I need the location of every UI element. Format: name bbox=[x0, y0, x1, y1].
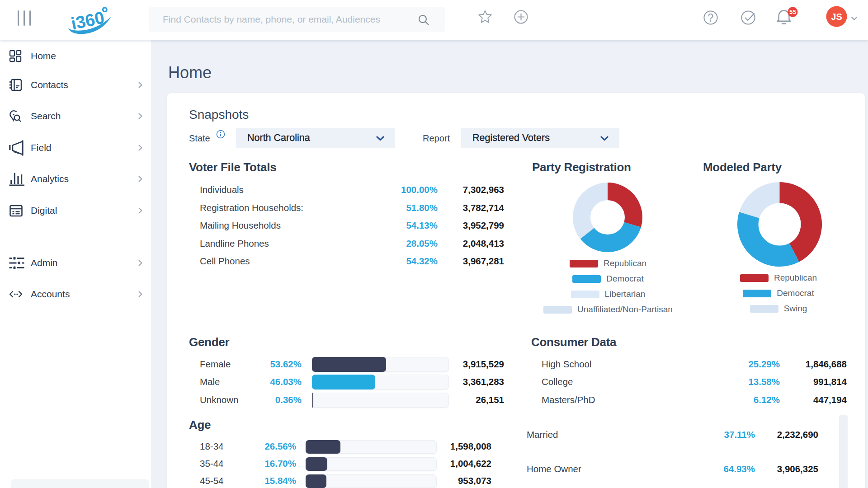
svg-text:JS: JS bbox=[831, 12, 842, 22]
svg-text:55: 55 bbox=[789, 9, 797, 15]
